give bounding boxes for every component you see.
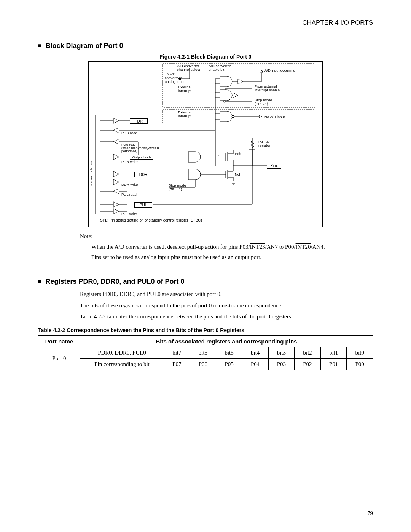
label-pdr-read: PDR read — [121, 131, 137, 135]
label-internal-data-bus: Internal data bus — [89, 142, 93, 187]
table-row: Port 0 PDR0, DDR0, PUL0 bit7 bit6 bit5 b… — [38, 347, 373, 358]
section-bullet-icon: ■ — [38, 42, 41, 48]
box-pul: PUL — [134, 202, 152, 208]
svg-point-40 — [232, 115, 234, 118]
svg-marker-18 — [113, 189, 119, 194]
cell-row1-label: PDR0, DDR0, PUL0 — [80, 347, 164, 358]
cell-bit: bit7 — [164, 347, 190, 358]
svg-marker-14 — [113, 139, 119, 144]
svg-marker-12 — [113, 118, 119, 123]
note-label: Note: — [80, 233, 373, 240]
box-output-latch: Output latch — [130, 155, 153, 160]
th-bits-header: Bits of associated registers and corresp… — [80, 335, 373, 347]
label-pdr-write: PDR write — [121, 160, 138, 164]
label-pdr-read-rmw: PDR read(when read-modify-write isperfor… — [121, 143, 159, 153]
note-body: When the A/D converter is used, deselect… — [91, 242, 373, 262]
svg-marker-15 — [113, 154, 119, 160]
note-line2: Pins set to be used as analog input pins… — [91, 254, 261, 260]
label-external-interrupt-2: Externalinterrupt — [178, 110, 191, 118]
cell-bit: bit4 — [242, 347, 268, 358]
cell-pin: P06 — [190, 358, 216, 370]
svg-point-39 — [223, 100, 226, 102]
cell-pin: P01 — [320, 358, 347, 370]
chapter-title: CHAPTER 4 I/O PORTS — [38, 19, 373, 27]
cell-pin: P07 — [164, 358, 190, 370]
cell-pin: P05 — [216, 358, 242, 370]
note-line1-suffix: /AN4. — [311, 244, 325, 250]
box-ddr: DDR — [134, 172, 152, 177]
cell-bit: bit5 — [216, 347, 242, 358]
label-pul-read: PUL read — [121, 193, 137, 197]
label-ad-ch-select: A/D converterchannel select — [177, 64, 200, 72]
svg-marker-17 — [113, 179, 119, 185]
label-spl-note: SPL: Pin status setting bit of standby c… — [100, 219, 202, 223]
label-no-ad-input: No A/D input — [264, 115, 285, 119]
label-ad-enable-bit: A/D converterenable bit — [209, 64, 231, 72]
note-line1-mid: /AN7 to P00/ — [265, 244, 296, 250]
section1-title: Block Diagram of Port 0 — [45, 42, 123, 50]
svg-rect-2 — [96, 115, 100, 214]
label-external-interrupt-1: Externalinterrupt — [178, 85, 191, 93]
block-diagram-port0: Internal data bus A/D converterchannel s… — [88, 61, 323, 227]
table-caption: Table 4.2-2 Correspondence between the P… — [38, 327, 373, 333]
label-stop-mode-2: Stop mode(SPL=1) — [169, 184, 186, 191]
cell-bit: bit1 — [320, 347, 347, 358]
cell-bit: bit2 — [295, 347, 321, 358]
svg-marker-20 — [113, 209, 119, 214]
svg-marker-13 — [113, 128, 119, 133]
label-pullup: Pull-upresistor — [258, 140, 270, 147]
label-to-ad-analog: To A/Dconverter'sanalog input — [165, 72, 185, 84]
label-stop-mode-1: Stop mode(SPL=1) — [255, 98, 272, 106]
svg-marker-35 — [233, 93, 238, 98]
cell-bit: bit0 — [347, 347, 373, 358]
table-row: Port name Bits of associated registers a… — [38, 335, 373, 347]
figure-caption: Figure 4.2-1 Block Diagram of Port 0 — [38, 54, 373, 60]
note-int23: INT23 — [250, 244, 265, 250]
label-ddr-write: DDR write — [121, 183, 138, 187]
th-port-name: Port name — [38, 335, 80, 347]
svg-point-55 — [218, 156, 220, 158]
para-reg1: Registers PDR0, DDR0, and PUL0 are assoc… — [80, 289, 373, 299]
cell-bit: bit3 — [268, 347, 295, 358]
cell-bit: bit6 — [190, 347, 216, 358]
box-pdr: PDR — [130, 118, 148, 124]
section-bullet-icon: ■ — [38, 278, 41, 284]
label-pul-write: PUL write — [121, 212, 137, 216]
note-line1-prefix: When the A/D converter is used, deselect… — [91, 244, 250, 250]
svg-marker-31 — [261, 70, 263, 73]
section-registers: ■ Registers PDR0, DDR0, and PUL0 of Port… — [38, 278, 373, 286]
cell-pin: P04 — [242, 358, 268, 370]
page-number: 79 — [367, 510, 373, 517]
label-from-ext-int-enable: From externalinterrupt enable — [255, 85, 280, 92]
cell-row2-label: Pin corresponding to bit — [80, 358, 164, 370]
cell-pin: P00 — [347, 358, 373, 370]
port0-registers-table: Port name Bits of associated registers a… — [38, 335, 373, 370]
box-pins: Pins — [267, 163, 281, 169]
svg-marker-28 — [238, 79, 243, 84]
svg-marker-44 — [259, 115, 262, 118]
label-nch: Nch — [235, 173, 241, 176]
note-int20: INT20 — [296, 244, 311, 250]
cell-pin: P02 — [295, 358, 321, 370]
section2-title: Registers PDR0, DDR0, and PUL0 of Port 0 — [45, 278, 184, 285]
label-pch: Pch — [235, 152, 241, 156]
para-reg3: Table 4.2-2 tabulates the correspondence… — [80, 312, 373, 322]
label-ad-input-occurring: A/D input occurring — [264, 69, 295, 72]
cell-pin: P03 — [268, 358, 295, 370]
para-reg2: The bits of these registers correspond t… — [80, 301, 373, 311]
svg-marker-19 — [113, 202, 119, 207]
cell-port-name: Port 0 — [38, 347, 80, 370]
svg-marker-16 — [113, 171, 119, 177]
table-row: Pin corresponding to bit P07 P06 P05 P04… — [38, 358, 373, 370]
section-block-diagram: ■ Block Diagram of Port 0 — [38, 42, 373, 50]
